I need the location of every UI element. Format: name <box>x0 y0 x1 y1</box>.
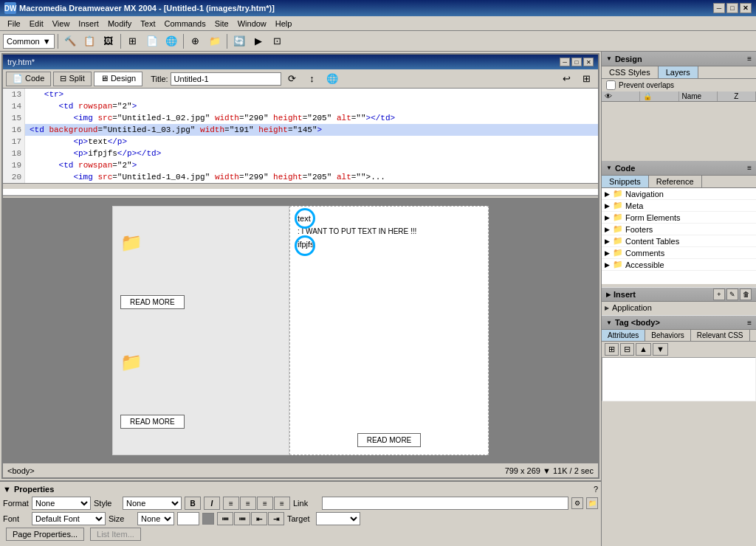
toolbar-btn-11[interactable]: ⊡ <box>269 33 286 49</box>
doc-close[interactable]: ✕ <box>583 58 594 66</box>
design-view-button[interactable]: 🖥 Design <box>94 72 142 86</box>
menu-help[interactable]: Help <box>271 18 297 30</box>
color-swatch[interactable] <box>202 513 214 525</box>
css-styles-tab[interactable]: CSS Styles <box>602 66 659 78</box>
size-value-input[interactable] <box>177 512 199 525</box>
toolbar-btn-1[interactable]: 🔨 <box>61 33 79 49</box>
design-view[interactable]: 📁 READ MORE 📁 READ MORE text : I WANT TO <box>3 198 598 463</box>
tag-panel-menu[interactable]: ≡ <box>747 319 752 327</box>
snippet-navigation[interactable]: ▶ 📁 Navigation <box>602 188 756 200</box>
menu-edit[interactable]: Edit <box>25 18 48 30</box>
read-more-btn-2[interactable]: READ MORE <box>120 415 185 429</box>
link-settings-btn[interactable]: ⚙ <box>571 497 583 509</box>
font-select[interactable]: Default Font <box>32 512 106 525</box>
page-col-right: text : I WANT TO PUT TEXT IN HERE !!! if… <box>289 206 489 455</box>
read-more-btn-3[interactable]: READ MORE <box>357 433 422 447</box>
page-properties-button[interactable]: Page Properties... <box>6 528 84 541</box>
snippet-content-tables[interactable]: ▶ 📁 Content Tables <box>602 235 756 247</box>
tag-panel-header: ▼ Tag <body> ≡ <box>602 315 756 330</box>
doc-controls[interactable]: ─ □ ✕ <box>560 58 594 66</box>
align-justify-btn[interactable]: ≡ <box>274 497 290 510</box>
outdent-btn[interactable]: ⇤ <box>251 512 267 525</box>
menu-modify[interactable]: Modify <box>103 18 136 30</box>
preview-btn[interactable]: ⟳ <box>284 71 301 87</box>
grid-btn[interactable]: ⊞ <box>577 71 595 87</box>
tag-up-btn[interactable]: ▲ <box>636 343 651 356</box>
title-controls[interactable]: ─ □ ✕ <box>713 3 752 13</box>
align-left-btn[interactable]: ≡ <box>223 497 239 510</box>
toolbar-btn-8[interactable]: 📁 <box>206 33 224 49</box>
insert-delete-btn[interactable]: 🗑 <box>740 288 752 300</box>
align-buttons: ≡ ≡ ≡ ≡ <box>223 497 290 510</box>
code-editor[interactable]: 13 <tr> 14 <td rowspan="2"> 15 <img src=… <box>3 89 598 196</box>
align-center-btn[interactable]: ≡ <box>240 497 256 510</box>
snippet-comments[interactable]: ▶ 📁 Comments <box>602 247 756 259</box>
insert-category-dropdown[interactable]: Common ▼ <box>3 34 55 49</box>
format-select[interactable]: None <box>32 497 91 510</box>
code-panel-menu[interactable]: ≡ <box>747 164 752 172</box>
maximize-button[interactable]: □ <box>726 3 738 13</box>
doc-minimize[interactable]: ─ <box>560 58 570 66</box>
tag-remove-btn[interactable]: ⊟ <box>620 343 634 356</box>
prop-help-btn[interactable]: ? <box>594 485 598 494</box>
tag-down-btn[interactable]: ▼ <box>653 343 668 356</box>
menu-window[interactable]: Window <box>233 18 271 30</box>
menu-commands[interactable]: Commands <box>159 18 210 30</box>
toolbar-btn-4[interactable]: ⊞ <box>124 33 142 49</box>
doc-maximize[interactable]: □ <box>571 58 582 66</box>
menu-insert[interactable]: Insert <box>74 18 103 30</box>
insert-edit-btn[interactable]: ✎ <box>726 288 738 300</box>
toolbar-btn-7[interactable]: ⊕ <box>187 33 205 49</box>
snippets-tab[interactable]: Snippets <box>602 176 649 187</box>
bold-btn[interactable]: B <box>185 497 201 510</box>
application-item[interactable]: ▶ Application <box>602 302 756 314</box>
split-view-button[interactable]: ⊟ Split <box>53 72 91 86</box>
code-scrollbar-h[interactable] <box>3 183 598 189</box>
menu-file[interactable]: File <box>3 18 25 30</box>
toolbar-btn-9[interactable]: 🔄 <box>230 33 248 49</box>
insert-add-btn[interactable]: + <box>713 288 725 300</box>
prop-row-font: Font Default Font Size None ≔ ≔ ⇤ ⇥ Targ… <box>3 512 598 525</box>
read-more-btn-1[interactable]: READ MORE <box>120 295 185 309</box>
undo-btn[interactable]: ↩ <box>557 71 575 87</box>
ordered-list-btn[interactable]: ≔ <box>234 512 250 525</box>
link-input[interactable] <box>322 497 568 510</box>
align-right-btn[interactable]: ≡ <box>257 497 273 510</box>
menu-text[interactable]: Text <box>136 18 159 30</box>
relevant-css-tab[interactable]: Relevant CSS <box>691 330 750 341</box>
attributes-tab[interactable]: Attributes <box>602 330 645 341</box>
toolbar-btn-3[interactable]: 🖼 <box>100 33 117 49</box>
toolbar-btn-10[interactable]: ▶ <box>250 33 267 49</box>
link-folder-btn[interactable]: 📁 <box>586 497 598 509</box>
doc-title-input[interactable] <box>171 72 281 86</box>
design-panel-menu[interactable]: ≡ <box>747 55 752 63</box>
close-button[interactable]: ✕ <box>740 3 752 13</box>
doc-dimensions: 799 x 269 ▼ 11K / 2 sec <box>505 466 594 475</box>
indent-btn[interactable]: ⇥ <box>268 512 284 525</box>
minimize-button[interactable]: ─ <box>713 3 725 13</box>
target-select[interactable] <box>316 512 360 525</box>
style-select[interactable]: None <box>123 497 182 510</box>
layers-tab[interactable]: Layers <box>659 66 698 78</box>
snippet-accessible[interactable]: ▶ 📁 Accessible <box>602 259 756 271</box>
behaviors-tab[interactable]: Behaviors <box>645 330 690 341</box>
list-item-button[interactable]: List Item... <box>90 528 141 541</box>
prevent-overlaps-checkbox[interactable] <box>606 80 616 90</box>
toolbar-btn-2[interactable]: 📋 <box>80 33 98 49</box>
snippet-meta[interactable]: ▶ 📁 Meta <box>602 200 756 212</box>
browser-btn[interactable]: 🌐 <box>323 71 341 87</box>
menu-site[interactable]: Site <box>210 18 233 30</box>
unordered-list-btn[interactable]: ≔ <box>217 512 233 525</box>
size-select[interactable]: None <box>137 512 174 525</box>
italic-btn[interactable]: I <box>204 497 220 510</box>
menu-view[interactable]: View <box>48 18 75 30</box>
snippet-footers[interactable]: ▶ 📁 Footers <box>602 224 756 235</box>
code-view-button[interactable]: 📄 Code <box>6 72 51 86</box>
toolbar-btn-5[interactable]: 📄 <box>143 33 161 49</box>
code-line-13: 13 <tr> <box>3 89 598 100</box>
refresh-btn[interactable]: ↕ <box>303 71 321 87</box>
snippet-form-elements[interactable]: ▶ 📁 Form Elements <box>602 212 756 224</box>
toolbar-btn-6[interactable]: 🌐 <box>162 33 180 49</box>
reference-tab[interactable]: Reference <box>649 176 702 187</box>
tag-add-btn[interactable]: ⊞ <box>605 343 619 356</box>
